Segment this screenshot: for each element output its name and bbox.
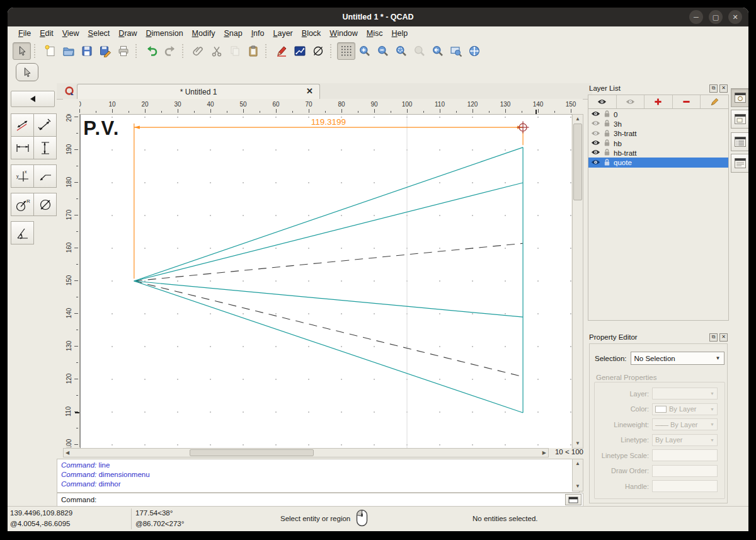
layer-visibility-icon[interactable] [591, 110, 600, 118]
dimension-radial-button[interactable]: R [11, 193, 34, 216]
scroll-up-icon[interactable]: ▲ [575, 117, 580, 122]
document-tab[interactable]: * Untitled 1 ✕ [77, 84, 320, 100]
menu-select[interactable]: Select [84, 28, 115, 39]
menu-block[interactable]: Block [297, 28, 326, 39]
dimension-diametric-button[interactable] [33, 193, 57, 216]
layer-row-3h-tratt[interactable]: 3h-tratt [588, 129, 728, 139]
selection-dropdown[interactable]: No Selection ▼ [631, 352, 724, 365]
scroll-right-icon[interactable]: ▶ [542, 451, 546, 456]
layer-visibility-icon[interactable] [591, 120, 600, 128]
draw-pen-button[interactable] [272, 42, 290, 60]
dock-property-editor-button[interactable] [731, 88, 748, 107]
absolute-coordinate: 139.4496,109.8829 [10, 509, 72, 517]
zoom-auto-button[interactable] [392, 42, 410, 60]
scroll-down-icon[interactable]: ▼ [575, 484, 580, 489]
zoom-window-button[interactable] [447, 42, 465, 60]
back-button[interactable] [11, 91, 55, 107]
menu-help[interactable]: Help [387, 28, 413, 39]
grid-toggle-button[interactable] [337, 42, 355, 60]
maximize-button[interactable]: ▢ [709, 10, 723, 24]
scroll-left-icon[interactable]: ◀ [66, 451, 69, 456]
layer-row-3h[interactable]: 3h [588, 119, 728, 129]
menu-dimension[interactable]: Dimension [142, 28, 188, 39]
menu-misc[interactable]: Misc [362, 28, 387, 39]
pan-button[interactable] [465, 42, 483, 60]
layer-row-quote[interactable]: quote [588, 158, 728, 167]
redo-button[interactable] [161, 42, 179, 60]
dock-block-list-button[interactable] [731, 110, 748, 129]
panel-float-icon[interactable]: ⧉ [709, 333, 718, 342]
command-history-line: Command: dimensionmenu [61, 470, 575, 480]
selection-tool-button[interactable] [13, 42, 31, 60]
show-all-layers-button[interactable] [588, 95, 617, 108]
hscroll-thumb[interactable] [190, 449, 314, 456]
scroll-down-icon[interactable]: ▼ [575, 441, 580, 446]
toolbar-separator [330, 44, 334, 58]
layer-list: 03h3h-tratthbhb-trattquote [588, 109, 729, 321]
menu-draw[interactable]: Draw [114, 28, 141, 39]
panel-close-icon[interactable]: ✕ [719, 333, 728, 342]
circle-empty-button[interactable] [309, 42, 327, 60]
color-swatch [655, 406, 667, 413]
history-scrollbar[interactable]: ▲ ▼ [572, 459, 583, 491]
panel-float-icon[interactable]: ⧉ [709, 84, 718, 93]
edit-layer-button[interactable] [701, 95, 728, 108]
menu-layer[interactable]: Layer [269, 28, 297, 39]
panel-close-icon[interactable]: ✕ [719, 84, 728, 93]
ruler-cursor-marker [75, 412, 79, 413]
tab-close-icon[interactable]: ✕ [306, 86, 313, 96]
canvas-horizontal-scrollbar[interactable]: ◀ ▶ [63, 448, 549, 457]
zoom-out-button[interactable] [374, 42, 392, 60]
layer-visibility-icon[interactable] [591, 130, 600, 138]
layer-row-hb[interactable]: hb [588, 139, 728, 148]
save-file-button[interactable] [77, 42, 96, 60]
layer-visibility-icon[interactable] [591, 159, 600, 167]
paste-button[interactable] [244, 42, 262, 60]
menu-view[interactable]: View [58, 28, 84, 39]
cut-button[interactable] [207, 42, 226, 60]
command-input[interactable] [99, 493, 565, 507]
dimension-vertical-button[interactable] [33, 136, 57, 159]
scroll-up-icon[interactable]: ▲ [575, 461, 580, 466]
open-file-button[interactable] [59, 42, 77, 60]
menu-modify[interactable]: Modify [188, 28, 220, 39]
close-button[interactable]: ✕ [728, 10, 742, 24]
command-history: Command: lineCommand: dimensionmenuComma… [57, 459, 580, 493]
command-widget-toggle-button[interactable] [565, 494, 581, 505]
menu-edit[interactable]: Edit [35, 28, 58, 39]
property-label: Draw Order: [595, 467, 652, 474]
dimension-angular-button[interactable] [11, 221, 34, 244]
dimension-ordinate-button[interactable]: xy [11, 164, 34, 188]
save-as-button[interactable] [96, 42, 114, 60]
menu-info[interactable]: Info [247, 28, 269, 39]
paperclip-button[interactable] [189, 42, 207, 60]
menu-file[interactable]: File [14, 28, 35, 39]
dimension-aligned-button[interactable] [11, 113, 34, 137]
new-file-button[interactable] [41, 42, 59, 60]
dimension-rotated-button[interactable] [33, 113, 57, 137]
remove-layer-button[interactable] [673, 95, 701, 108]
dock-command-line-button[interactable] [731, 154, 748, 173]
dimension-horizontal-button[interactable] [11, 136, 34, 159]
hide-all-layers-button[interactable] [617, 95, 645, 108]
layer-row-0[interactable]: 0 [588, 110, 728, 119]
undo-button[interactable] [142, 42, 161, 60]
menu-snap[interactable]: Snap [219, 28, 246, 39]
layer-visibility-icon[interactable] [591, 149, 600, 157]
zoom-in-button[interactable] [355, 42, 374, 60]
zoom-pan-button[interactable] [428, 42, 447, 60]
layer-visibility-icon[interactable] [591, 139, 600, 147]
canvas-vertical-scrollbar[interactable]: ▲ ▼ [572, 114, 583, 449]
layer-row-hb-tratt[interactable]: hb-tratt [588, 148, 728, 158]
chevron-down-icon: ▼ [710, 438, 714, 442]
vscroll-thumb[interactable] [573, 124, 582, 200]
print-button[interactable] [114, 42, 132, 60]
polyline-button[interactable] [290, 42, 309, 60]
drawing-canvas[interactable]: 119.3199P.V. [80, 114, 571, 448]
minimize-button[interactable]: ─ [689, 10, 703, 24]
add-layer-button[interactable] [644, 95, 673, 108]
dock-layer-list-button[interactable] [731, 132, 748, 151]
selection-tool-button[interactable] [16, 63, 38, 81]
menu-window[interactable]: Window [325, 28, 362, 39]
dimension-leader-button[interactable] [33, 164, 57, 188]
